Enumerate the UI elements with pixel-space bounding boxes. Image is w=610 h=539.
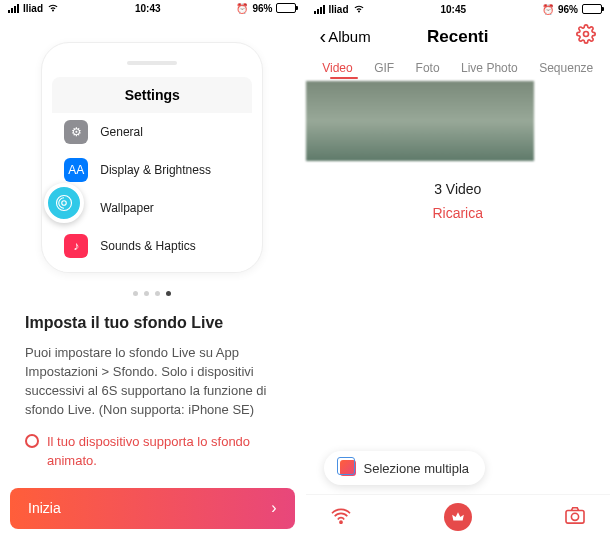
camera-icon[interactable]: [564, 506, 586, 529]
settings-header: Settings: [52, 77, 252, 113]
tab-video[interactable]: Video: [318, 61, 356, 75]
bottom-bar: [306, 494, 611, 539]
alarm-icon: ⏰: [542, 4, 554, 15]
media-tabs: Video GIF Foto Live Photo Sequenze: [306, 53, 611, 81]
tab-foto[interactable]: Foto: [412, 61, 444, 75]
display-icon: AA: [64, 158, 88, 182]
tab-underline: [330, 77, 358, 79]
time-label: 10:43: [135, 3, 161, 14]
sounds-icon: ♪: [64, 234, 88, 258]
carrier-label: Iliad: [23, 3, 43, 14]
multi-select-icon: [340, 460, 356, 476]
page-description: Puoi impostare lo sfondo Live su App Imp…: [25, 344, 280, 419]
wifi-icon: [353, 4, 365, 15]
status-bar: Iliad 10:45 ⏰ 96%: [306, 0, 611, 18]
battery-icon: [276, 3, 296, 13]
general-label: General: [100, 125, 143, 139]
wallpaper-highlight: [44, 183, 84, 223]
notch: [127, 61, 177, 65]
chevron-left-icon: ‹: [320, 25, 327, 48]
multi-select-label: Selezione multipla: [364, 461, 470, 476]
wifi-transfer-icon[interactable]: [330, 506, 352, 529]
page-title: Imposta il tuo sfondo Live: [25, 314, 280, 332]
chevron-right-icon: ›: [271, 499, 276, 517]
display-label: Display & Brightness: [100, 163, 211, 177]
battery-label: 96%: [252, 3, 272, 14]
settings-row-display: AA Display & Brightness: [52, 151, 252, 189]
support-notice: Il tuo dispositivo supporta lo sfondo an…: [25, 433, 280, 469]
back-label: Album: [328, 28, 371, 45]
settings-row-wallpaper: Wallpaper: [52, 189, 252, 227]
battery-icon: [582, 4, 602, 14]
sounds-label: Sounds & Haptics: [100, 239, 195, 253]
tab-sequenze[interactable]: Sequenze: [535, 61, 597, 75]
wallpaper-label: Wallpaper: [100, 201, 154, 215]
support-text: Il tuo dispositivo supporta lo sfondo an…: [47, 433, 280, 469]
general-icon: ⚙: [64, 120, 88, 144]
screen-title: Recenti: [427, 27, 488, 47]
battery-label: 96%: [558, 4, 578, 15]
siri-icon: ◐: [64, 272, 88, 273]
start-label: Inizia: [28, 500, 61, 516]
gear-icon[interactable]: [576, 24, 596, 49]
settings-row-siri: ◐ Siri & Search: [52, 265, 252, 273]
tab-live-photo[interactable]: Live Photo: [457, 61, 522, 75]
svg-point-4: [571, 513, 578, 520]
back-button[interactable]: ‹ Album: [320, 25, 371, 48]
dot: [133, 291, 138, 296]
time-label: 10:45: [440, 4, 466, 15]
video-count: 3 Video: [306, 181, 611, 197]
dot: [155, 291, 160, 296]
settings-mockup: Settings ⚙ General AA Display & Brightne…: [41, 42, 263, 273]
status-bar: Iliad 10:43 ⏰ 96%: [0, 0, 305, 17]
premium-icon[interactable]: [444, 503, 472, 531]
svg-point-2: [339, 521, 341, 523]
signal-icon: [314, 5, 325, 14]
start-button[interactable]: Inizia ›: [10, 488, 295, 529]
ring-icon: [25, 434, 39, 448]
dot: [144, 291, 149, 296]
svg-point-0: [62, 201, 67, 206]
wifi-icon: [47, 3, 59, 14]
settings-row-general: ⚙ General: [52, 113, 252, 151]
video-thumbnail[interactable]: [306, 81, 534, 161]
multi-select-button[interactable]: Selezione multipla: [324, 451, 486, 485]
dot-active: [166, 291, 171, 296]
page-dots: [0, 291, 305, 296]
svg-point-1: [584, 32, 589, 37]
alarm-icon: ⏰: [236, 3, 248, 14]
settings-row-sounds: ♪ Sounds & Haptics: [52, 227, 252, 265]
reload-link[interactable]: Ricarica: [306, 205, 611, 221]
signal-icon: [8, 4, 19, 13]
tab-gif[interactable]: GIF: [370, 61, 398, 75]
carrier-label: Iliad: [329, 4, 349, 15]
